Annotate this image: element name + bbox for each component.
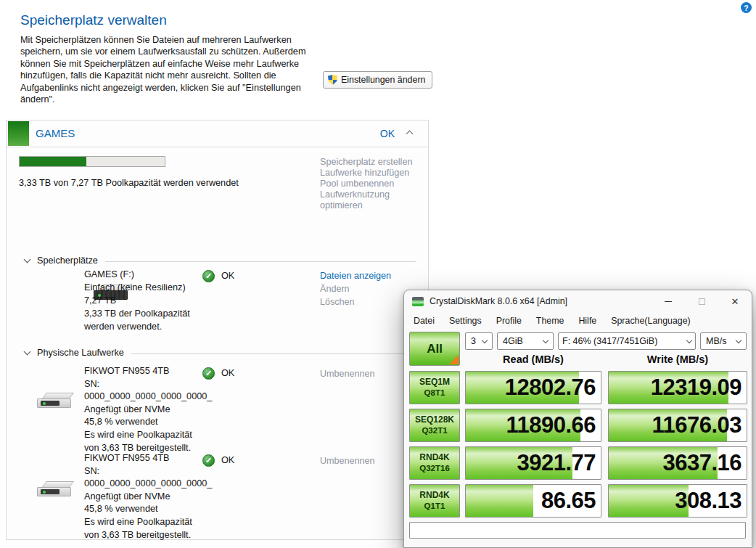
pool-usage-caption: 3,33 TB von 7,27 TB Poolkapazität werden… xyxy=(19,178,239,188)
optimize-drive-usage-link[interactable]: Laufwerknutzung optimieren xyxy=(320,189,416,211)
menu-hilfe[interactable]: Hilfe xyxy=(571,316,604,326)
drive-sn-label: SN: xyxy=(84,465,212,478)
run-all-button[interactable]: All xyxy=(409,332,460,366)
space-used-line1: 3,33 TB der Poolkapazität xyxy=(84,307,190,320)
chevron-down-icon xyxy=(736,337,741,343)
physical-drives-section-header: Physische Laufwerke xyxy=(25,348,416,358)
rename-pool-link[interactable]: Pool umbenennen xyxy=(320,179,416,189)
unit-select[interactable]: MB/s xyxy=(700,332,747,350)
comment-input[interactable] xyxy=(409,522,746,539)
rename-drive-link[interactable]: Umbenennen xyxy=(320,367,375,380)
read-result-cell: 12802.76 xyxy=(465,371,601,404)
drive-model: FIKWOT FN955 4TB xyxy=(84,452,212,465)
menu-datei[interactable]: Datei xyxy=(406,316,442,326)
physical-drive-details: FIKWOT FN955 4TB SN: 0000_0000_0000_0000… xyxy=(84,365,212,454)
menu-settings[interactable]: Settings xyxy=(442,316,489,326)
test-button-rnd4k-q32t16[interactable]: RND4K Q32T16 xyxy=(409,446,460,480)
help-icon: ? xyxy=(744,4,748,12)
write-value: 308.13 xyxy=(609,485,747,517)
create-storage-space-link[interactable]: Speicherplatz erstellen xyxy=(320,157,416,168)
drive-pool-cap-line1: Es wird eine Poolkapazität xyxy=(84,429,212,442)
test-name: RND4K xyxy=(419,452,449,463)
drive-serial: 0000_0000_0000_0000_0000_ xyxy=(84,390,212,404)
rename-drive-link[interactable]: Umbenennen xyxy=(320,454,375,467)
pool-usage-progressbar xyxy=(19,156,165,167)
pool-header: GAMES OK xyxy=(7,120,428,147)
storage-pool-panel: GAMES OK 3,33 TB von 7,27 TB Poolkapazit… xyxy=(6,120,429,540)
test-count-select[interactable]: 3 xyxy=(465,332,493,350)
menu-sprache[interactable]: Sprache(Language) xyxy=(604,316,698,326)
storage-space-links: Dateien anzeigen Ändern Löschen xyxy=(320,269,391,308)
pool-name: GAMES xyxy=(36,127,75,139)
window-title: CrystalDiskMark 8.0.6 x64 [Admin] xyxy=(430,296,567,306)
drive-used-pct: 45,8 % verwendet xyxy=(84,416,212,429)
page-description: Mit Speicherplätzen können Sie Dateien a… xyxy=(20,34,325,105)
drive-slot xyxy=(41,489,59,494)
section-divider xyxy=(131,353,416,354)
menu-profile[interactable]: Profile xyxy=(489,316,529,326)
pool-color-tab xyxy=(8,121,29,146)
delete-link[interactable]: Löschen xyxy=(320,295,391,308)
close-button[interactable]: ✕ xyxy=(718,290,752,312)
test-button-seq1m-q8t1[interactable]: SEQ1M Q8T1 xyxy=(409,371,460,404)
write-result-cell: 308.13 xyxy=(608,484,747,518)
help-button[interactable]: ? xyxy=(741,2,752,13)
maximize-icon xyxy=(699,298,705,305)
view-files-link[interactable]: Dateien anzeigen xyxy=(320,269,391,282)
drive-icon-top xyxy=(42,393,74,398)
run-all-label: All xyxy=(427,342,443,356)
chevron-down-icon[interactable] xyxy=(24,256,31,263)
read-value: 12802.76 xyxy=(466,372,601,404)
read-result-cell: 86.65 xyxy=(465,484,601,518)
maximize-button[interactable] xyxy=(685,290,718,312)
unit-value: MB/s xyxy=(706,336,726,346)
test-queue: Q32T16 xyxy=(419,463,450,474)
write-result-cell: 11676.03 xyxy=(608,409,747,442)
test-name: SEQ128K xyxy=(415,414,454,425)
target-drive-select[interactable]: F: 46% (3417/7451GiB) xyxy=(558,332,696,350)
test-queue: Q8T1 xyxy=(424,388,445,398)
write-result-cell: 12319.09 xyxy=(608,371,747,404)
page-title: Speicherplatz verwalten xyxy=(20,12,167,28)
drive-icon-front xyxy=(37,487,71,496)
drive-icon-front xyxy=(37,398,71,408)
storage-spaces-section-label: Speicherplätze xyxy=(37,255,98,266)
change-settings-button[interactable]: Einstellungen ändern xyxy=(323,71,432,89)
collapse-chevron-icon[interactable] xyxy=(406,131,414,138)
uac-shield-icon xyxy=(328,75,337,85)
drive-pool-cap-line1: Es wird eine Poolkapazität xyxy=(84,516,212,529)
test-name: RND4K xyxy=(419,490,449,501)
test-size-select[interactable]: 4GiB xyxy=(497,332,554,350)
minimize-button[interactable] xyxy=(652,290,685,312)
test-button-rnd4k-q1t1[interactable]: RND4K Q1T1 xyxy=(409,484,460,518)
change-settings-label: Einstellungen ändern xyxy=(341,75,425,85)
change-link[interactable]: Ändern xyxy=(320,282,391,295)
drive-serial: 0000_0000_0000_0000_0000_ xyxy=(84,478,212,491)
space-status-label: OK xyxy=(221,271,234,281)
read-value: 86.65 xyxy=(466,485,601,517)
write-result-cell: 3637.16 xyxy=(608,446,747,480)
drive-status-label: OK xyxy=(221,455,234,465)
add-drives-link[interactable]: Laufwerke hinzufügen xyxy=(320,168,416,179)
drive-used-pct: 45,8 % verwendet xyxy=(84,503,212,516)
test-button-seq128k-q32t1[interactable]: SEQ128K Q32T1 xyxy=(409,409,460,442)
drive-led xyxy=(43,402,46,405)
test-queue: Q1T1 xyxy=(424,501,445,512)
status-ok-icon: ✓ xyxy=(202,270,215,282)
pool-status: OK xyxy=(380,128,395,139)
test-queue: Q32T1 xyxy=(422,425,447,436)
drive-attach: Angefügt über NVMe xyxy=(84,491,212,504)
space-name: GAMES (F:) xyxy=(84,268,190,281)
read-result-cell: 11890.66 xyxy=(465,409,601,442)
menu-theme[interactable]: Theme xyxy=(529,316,572,326)
write-value: 12319.09 xyxy=(609,372,747,404)
chevron-down-icon[interactable] xyxy=(24,348,31,356)
drive-pool-cap-line2: von 3,63 TB bereitgestellt. xyxy=(84,529,212,542)
titlebar[interactable]: CrystalDiskMark 8.0.6 x64 [Admin] ✕ xyxy=(404,290,752,312)
target-drive-value: F: 46% (3417/7451GiB) xyxy=(562,336,657,346)
test-size-value: 4GiB xyxy=(503,336,523,346)
test-name: SEQ1M xyxy=(419,377,450,388)
minimize-icon xyxy=(665,301,672,302)
chevron-down-icon xyxy=(543,337,548,343)
write-column-header: Write (MB/s) xyxy=(608,353,747,365)
